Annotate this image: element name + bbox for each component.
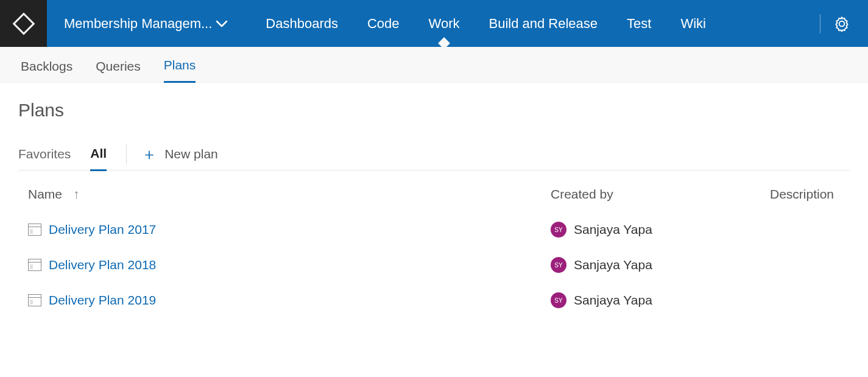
plus-icon: ＋: [141, 146, 157, 162]
avatar: SY: [551, 222, 566, 238]
created-by-label: Sanjaya Yapa: [574, 293, 652, 308]
nav-test[interactable]: Test: [612, 0, 666, 47]
new-plan-label: New plan: [164, 147, 218, 161]
col-header-name[interactable]: Name ↑: [28, 187, 551, 202]
page-title: Plans: [18, 100, 850, 121]
plan-link[interactable]: Delivery Plan 2018: [49, 258, 156, 272]
sort-asc-icon: ↑: [73, 187, 80, 202]
nav-dashboards[interactable]: Dashboards: [251, 0, 353, 47]
sub-nav: Backlogs Queries Plans: [0, 47, 868, 83]
content-area: Plans Favorites All ＋ New plan Name ↑ Cr…: [0, 83, 868, 318]
nav-work[interactable]: Work: [414, 0, 475, 47]
table-header: Name ↑ Created by Description: [28, 177, 850, 212]
created-by-label: Sanjaya Yapa: [574, 258, 652, 272]
filter-favorites[interactable]: Favorites: [18, 138, 71, 170]
logo-icon[interactable]: [0, 0, 47, 47]
nav-build-release[interactable]: Build and Release: [475, 0, 613, 47]
col-header-description[interactable]: Description: [770, 187, 850, 202]
col-header-created-by[interactable]: Created by: [551, 187, 770, 202]
subnav-backlogs[interactable]: Backlogs: [21, 51, 72, 82]
table-row[interactable]: Delivery Plan 2018 SY Sanjaya Yapa: [28, 247, 850, 283]
project-label: Membership Managem...: [64, 16, 212, 32]
avatar: SY: [551, 257, 566, 273]
plan-icon: [28, 294, 41, 306]
plans-table: Name ↑ Created by Description Delivery P…: [18, 177, 850, 318]
subnav-plans[interactable]: Plans: [164, 49, 196, 83]
filter-all[interactable]: All: [90, 138, 107, 171]
gear-icon[interactable]: [834, 16, 850, 32]
top-nav: Membership Managem... Dashboards Code Wo…: [0, 0, 868, 47]
plans-toolbar: Favorites All ＋ New plan: [18, 138, 850, 171]
plan-icon: [28, 224, 41, 236]
created-by-label: Sanjaya Yapa: [574, 222, 652, 237]
project-dropdown[interactable]: Membership Managem...: [47, 0, 245, 47]
subnav-queries[interactable]: Queries: [96, 51, 141, 82]
plan-link[interactable]: Delivery Plan 2019: [49, 293, 156, 308]
nav-code[interactable]: Code: [353, 0, 414, 47]
nav-items: Dashboards Code Work Build and Release T…: [251, 0, 721, 47]
avatar: SY: [551, 292, 566, 308]
nav-divider: [820, 14, 820, 33]
nav-wiki[interactable]: Wiki: [666, 0, 721, 47]
devops-logo-shape: [12, 12, 35, 35]
table-row[interactable]: Delivery Plan 2019 SY Sanjaya Yapa: [28, 283, 850, 318]
nav-right: [806, 0, 868, 47]
new-plan-button[interactable]: ＋ New plan: [141, 146, 218, 162]
table-row[interactable]: Delivery Plan 2017 SY Sanjaya Yapa: [28, 212, 850, 247]
plan-icon: [28, 259, 41, 271]
plan-link[interactable]: Delivery Plan 2017: [49, 222, 156, 237]
chevron-down-icon: [216, 16, 228, 32]
toolbar-divider: [126, 144, 127, 164]
